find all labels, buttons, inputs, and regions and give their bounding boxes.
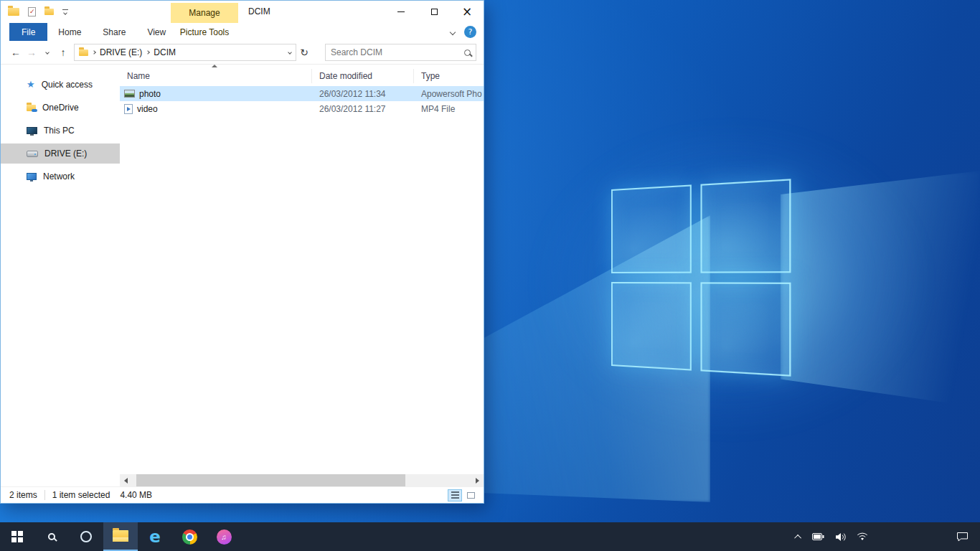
chrome-icon (182, 529, 197, 545)
file-row-photo[interactable]: photo 26/03/2012 11:34 Apowersoft Pho (120, 86, 484, 101)
breadcrumb-dcim[interactable]: DCIM (149, 47, 180, 57)
file-explorer-window: Manage DCIM File Home Share View Picture… (0, 0, 484, 504)
taskbar-internet-explorer-button[interactable] (138, 522, 172, 551)
help-icon[interactable] (464, 26, 476, 38)
taskbar-itunes-button[interactable] (207, 522, 241, 551)
back-button[interactable] (8, 44, 24, 61)
scroll-left-icon (124, 478, 128, 484)
drive-icon (27, 151, 38, 157)
system-tray (796, 522, 980, 551)
taskbar (0, 522, 980, 551)
action-center-button[interactable] (956, 532, 969, 542)
column-header-type[interactable]: Type (414, 69, 484, 83)
maximize-button[interactable] (418, 1, 451, 23)
sidebar-item-label: Quick access (42, 80, 93, 90)
windows-start-icon (11, 531, 23, 542)
forward-button[interactable] (24, 44, 39, 61)
minimize-button[interactable] (385, 1, 418, 23)
sidebar-item-label: OneDrive (42, 103, 79, 113)
taskbar-chrome-button[interactable] (172, 522, 207, 551)
file-name: video (137, 104, 158, 114)
taskbar-file-explorer-button[interactable] (103, 522, 138, 551)
hidden-icons-chevron-icon[interactable] (794, 534, 801, 541)
column-header-name[interactable]: Name (120, 69, 312, 83)
new-folder-icon[interactable] (44, 9, 54, 15)
sidebar-item-network[interactable]: Network (1, 166, 120, 187)
explorer-icon (8, 8, 19, 16)
taskbar-search-button[interactable] (34, 522, 69, 551)
monitor-icon (27, 127, 37, 134)
start-button[interactable] (0, 522, 34, 551)
expand-ribbon-icon[interactable] (450, 29, 456, 34)
manage-contextual-group[interactable]: Manage (171, 3, 238, 23)
item-count: 2 items (9, 490, 37, 500)
selection-count: 1 item selected (52, 490, 110, 500)
itunes-icon (217, 529, 232, 545)
properties-icon[interactable] (28, 7, 36, 17)
close-button[interactable] (451, 1, 484, 23)
scroll-left-button[interactable] (120, 474, 132, 486)
address-dropdown-icon[interactable] (288, 50, 292, 55)
view-toggle-group (448, 489, 478, 501)
windows-logo (611, 179, 791, 377)
sidebar-item-quick-access[interactable]: Quick access (1, 75, 120, 95)
search-icon[interactable] (464, 50, 471, 56)
file-list-pane: Name Date modified Type photo 26/03/2012… (120, 65, 484, 486)
action-center-icon (956, 532, 969, 542)
address-bar-row: DRIVE (E:) DCIM (1, 41, 484, 65)
scrollbar-track[interactable] (132, 474, 471, 486)
file-date-cell: 26/03/2012 11:34 (312, 89, 414, 99)
close-icon (462, 6, 472, 18)
battery-icon[interactable] (812, 533, 824, 540)
ribbon-right-controls (451, 23, 476, 41)
network-icon (27, 173, 37, 180)
customize-qat-icon[interactable] (62, 9, 68, 14)
window-controls (385, 1, 484, 23)
photo-file-icon (124, 90, 135, 98)
tab-home[interactable]: Home (47, 23, 92, 41)
file-name-cell: photo (120, 89, 312, 99)
windows-logo-pane (611, 282, 692, 371)
search-input[interactable] (331, 47, 464, 57)
address-bar[interactable]: DRIVE (E:) DCIM (74, 44, 296, 61)
tab-picture-tools[interactable]: Picture Tools (171, 23, 238, 41)
window-title: DCIM (248, 1, 270, 23)
breadcrumb-drive[interactable]: DRIVE (E:) (95, 47, 146, 57)
sidebar-item-this-pc[interactable]: This PC (1, 121, 120, 141)
large-icons-view-button[interactable] (463, 489, 478, 501)
windows-logo-pane (700, 282, 791, 376)
windows-logo-pane (611, 184, 692, 273)
details-view-button[interactable] (448, 489, 462, 501)
sidebar-item-label: Network (43, 171, 75, 182)
maximize-icon (431, 9, 438, 15)
navigation-pane: Quick access OneDrive This PC DRIVE (E:)… (1, 65, 120, 486)
file-name-cell: video (120, 104, 312, 114)
volume-icon[interactable] (835, 532, 846, 542)
file-date-cell: 26/03/2012 11:27 (312, 104, 414, 114)
cortana-button[interactable] (69, 522, 103, 551)
recent-locations-dropdown[interactable] (39, 44, 55, 61)
explorer-main-area: Quick access OneDrive This PC DRIVE (E:)… (1, 65, 484, 486)
scrollbar-thumb[interactable] (136, 474, 405, 486)
tab-share[interactable]: Share (92, 23, 136, 41)
refresh-button[interactable] (296, 44, 312, 61)
network-wifi-icon[interactable] (857, 532, 868, 541)
horizontal-scrollbar[interactable] (120, 474, 484, 486)
internet-explorer-icon (149, 529, 161, 545)
search-icon (48, 533, 55, 540)
ribbon-tab-row: File Home Share View Picture Tools (1, 23, 484, 41)
tab-file[interactable]: File (9, 23, 47, 41)
column-header-date-modified[interactable]: Date modified (312, 69, 414, 83)
quick-access-toolbar (8, 7, 68, 17)
file-list-empty-area[interactable] (120, 116, 484, 474)
sidebar-item-drive-e[interactable]: DRIVE (E:) (1, 143, 120, 164)
up-button[interactable] (55, 44, 71, 61)
scroll-right-button[interactable] (471, 474, 484, 486)
sidebar-item-onedrive[interactable]: OneDrive (1, 98, 120, 118)
video-file-icon (124, 104, 133, 114)
wallpaper-light-beam-right (781, 171, 980, 408)
file-type-cell: Apowersoft Pho (414, 89, 484, 99)
status-bar: 2 items 1 item selected 4.40 MB (1, 486, 484, 503)
file-row-video[interactable]: video 26/03/2012 11:27 MP4 File (120, 101, 484, 116)
file-type-cell: MP4 File (414, 104, 484, 114)
